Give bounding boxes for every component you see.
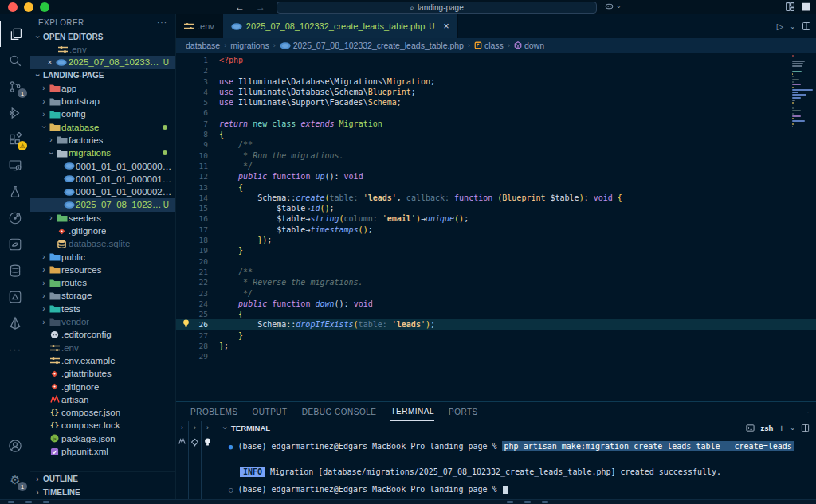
tree-item-composer-lock[interactable]: {}composer.lock [30,419,175,432]
collapsed-view-artisan[interactable]: › [176,421,189,499]
testing-icon[interactable] [0,178,30,205]
open-editors-section[interactable]: › OPEN EDITORS [30,30,175,43]
code-line-17[interactable]: 17 $table→timestamps(); [176,225,816,235]
tree-item-2025-07-08-102332-[interactable]: 2025_07_08_102332_...U [30,198,175,211]
code-line-15[interactable]: 15 $table→id(); [176,203,816,213]
customize-layout-icon[interactable] [785,2,795,12]
navigate-forward-icon[interactable]: → [256,2,265,13]
chevron-right-icon[interactable]: › [181,424,183,432]
tree-item-config[interactable]: ›config [30,107,175,120]
tree-item-0001-01-01-000002-creat-[interactable]: 0001_01_01_000002_creat... [30,186,175,198]
code-line-16[interactable]: 16 $table→string(column: 'email')→unique… [176,213,816,224]
open-editor-item[interactable]: ×2025_07_08_102332_c...U [30,56,175,68]
close-tab-icon[interactable]: × [444,21,449,32]
boxed-bird-icon[interactable] [0,231,30,257]
collapsed-view-lightbulb[interactable]: › [202,421,214,499]
code-line-3[interactable]: 3use Illuminate\Database\Migrations\Migr… [176,76,816,87]
split-editor-icon[interactable] [802,21,811,31]
terminal-output[interactable]: ● (base) edgarmartinez@Edgars-MacBook-Pr… [214,435,816,499]
code-line-9[interactable]: 9 /** [176,139,816,150]
code-line-29[interactable]: 29 [176,351,816,361]
workspace-section[interactable]: › LANDING-PAGE [30,69,175,82]
tree-item-public[interactable]: ›public [30,250,175,263]
settings-icon[interactable]: ⚙1 [0,467,30,493]
code-editor[interactable]: 1<?php23use Illuminate\Database\Migratio… [176,53,816,401]
panel-tab-debug-console[interactable]: DEBUG CONSOLE [302,402,377,421]
editor-tab[interactable]: .env [176,14,223,38]
tree-item-seeders[interactable]: ›seeders [30,212,175,225]
tree-item--gitignore[interactable]: .gitignore [30,225,175,237]
code-line-1[interactable]: 1<?php [176,55,816,65]
tree-item-0001-01-01-000001-creat-[interactable]: 0001_01_01_000001_creat... [30,173,175,186]
tree-item-storage[interactable]: ›storage [30,289,175,302]
zoom-window-button[interactable] [40,2,49,12]
tree-item-routes[interactable]: ›routes [30,276,175,289]
extensions-icon[interactable]: ⚠ [0,126,30,152]
dependency-graph-icon[interactable] [0,205,30,231]
code-line-20[interactable]: 20 [176,256,816,267]
code-line-6[interactable]: 6 [176,107,816,118]
tree-item--env-example[interactable]: .env.example [30,354,175,367]
close-editor-icon[interactable]: × [45,57,55,67]
tree-item--env[interactable]: .env [30,342,175,354]
panel-more-icon[interactable]: · [806,408,810,416]
code-line-18[interactable]: 18 }); [176,235,816,245]
terminal-prompt-line[interactable]: ○ (base) edgarmartinez@Edgars-MacBook-Pr… [229,484,816,495]
tree-item--gitignore[interactable]: .gitignore [30,380,175,393]
code-line-21[interactable]: 21 /** [176,267,816,277]
search-icon[interactable] [0,47,30,73]
chevron-right-icon[interactable]: › [206,424,209,432]
terminal-dropdown-icon[interactable]: ⌄ [790,424,795,432]
breadcrumb-item[interactable]: 2025_07_08_102332_create_leads_table.php [280,41,464,50]
tree-item-phpunit-xml[interactable]: phpunit.xml [30,445,175,458]
panel-tab-output[interactable]: OUTPUT [253,402,288,421]
breadcrumb-item[interactable]: database [186,41,220,50]
accounts-icon[interactable] [0,432,30,459]
run-file-icon[interactable]: ▷ [777,21,783,32]
minimize-window-button[interactable] [24,2,33,12]
breadcrumb-item[interactable]: down [514,41,544,50]
code-line-23[interactable]: 23 */ [176,288,816,299]
tree-item--gitattributes[interactable]: .gitattributes [30,367,175,380]
command-center-search[interactable]: ⌕ landing-page [277,2,597,14]
timeline-section[interactable]: › TIMELINE [30,486,175,499]
editor-tab[interactable]: 2025_07_08_102332_create_leads_table.php… [223,14,458,38]
tree-item-vendor[interactable]: ›vendor [30,315,175,328]
explorer-icon[interactable] [0,21,31,47]
boxed-bird-2-icon[interactable] [0,283,30,310]
tree-item-package-json[interactable]: jspackage.json [30,432,175,445]
breadcrumb-item[interactable]: class [474,41,504,50]
code-line-4[interactable]: 4use Illuminate\Database\Schema\Blueprin… [176,87,816,97]
collapsed-view-port-node[interactable]: › [189,421,202,499]
copilot-menu[interactable]: ⌄ [604,1,622,11]
code-line-5[interactable]: 5use Illuminate\Support\Facades\Schema; [176,97,816,107]
code-line-7[interactable]: 7return new class extends Migration [176,119,816,129]
open-editor-item[interactable]: .env [30,43,175,56]
code-line-2[interactable]: 2 [176,65,816,76]
explorer-more-actions-icon[interactable]: ··· [157,18,167,27]
database-client-icon[interactable] [0,257,30,283]
code-line-12[interactable]: 12 public function up(): void [176,171,816,182]
code-line-28[interactable]: 28}; [176,341,816,351]
run-debug-icon[interactable] [0,100,30,126]
code-line-13[interactable]: 13 { [176,182,816,193]
navigate-back-icon[interactable]: ← [235,2,245,13]
close-window-button[interactable] [8,2,18,12]
tree-item--editorconfig[interactable]: .editorconfig [30,328,175,341]
toggle-panel-icon[interactable] [801,2,811,12]
tree-item-composer-json[interactable]: {}composer.json [30,406,175,419]
code-line-10[interactable]: 10 * Run the migrations. [176,150,816,161]
tree-item-database-sqlite[interactable]: database.sqlite [30,237,175,250]
remote-monitor-icon[interactable] [0,152,30,178]
code-line-26[interactable]: 26 Schema::dropIfExists(table: 'leads'); [176,319,816,330]
code-line-24[interactable]: 24 public function down(): void [176,299,816,309]
new-terminal-icon[interactable]: + [779,423,784,434]
breadcrumb-item[interactable]: migrations [230,41,269,50]
tree-item-factories[interactable]: ›factories [30,134,175,147]
tree-item-database[interactable]: ›database [30,120,175,133]
lightbulb-icon[interactable] [182,319,190,328]
tree-item-app[interactable]: ›app [30,82,175,95]
outline-section[interactable]: › OUTLINE [30,472,175,485]
panel-tab-terminal[interactable]: TERMINAL [390,402,434,421]
panel-tab-ports[interactable]: PORTS [449,402,478,421]
